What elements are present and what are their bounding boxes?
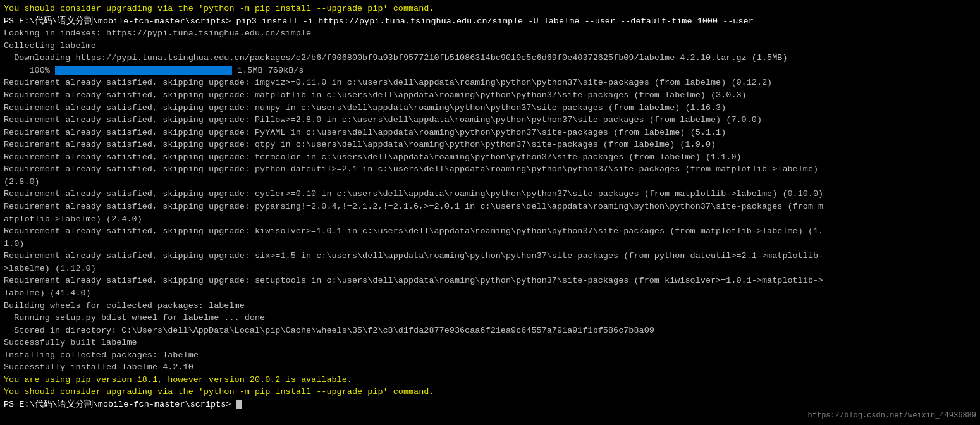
line-req8b: (2.8.0) bbox=[4, 176, 976, 188]
terminal[interactable]: You should consider upgrading via the 'p… bbox=[0, 0, 980, 425]
line-pip-upgrade: You should consider upgrading via the 'p… bbox=[4, 386, 976, 398]
terminal-cursor bbox=[236, 400, 242, 409]
line-prompt: PS E:\代码\语义分割\mobile-fcn-master\scripts> bbox=[4, 398, 976, 411]
line-upgrade-warning: You should consider upgrading via the 'p… bbox=[4, 3, 976, 15]
line-req10: Requirement already satisfied, skipping … bbox=[4, 200, 976, 213]
line-req3: Requirement already satisfied, skipping … bbox=[4, 102, 976, 114]
line-progress: 100% 1.5MB 769kB/s bbox=[4, 65, 976, 77]
line-req8: Requirement already satisfied, skipping … bbox=[4, 163, 976, 176]
line-installing: Installing collected packages: labelme bbox=[4, 349, 976, 362]
line-req13b: labelme) (41.4.0) bbox=[4, 287, 976, 300]
line-req6: Requirement already satisfied, skipping … bbox=[4, 139, 976, 151]
blog-url: https://blog.csdn.net/weixin_44936889 bbox=[808, 410, 976, 421]
line-req11: Requirement already satisfied, skipping … bbox=[4, 225, 976, 238]
line-looking: Looking in indexes: https://pypi.tuna.ts… bbox=[4, 27, 976, 40]
line-stored: Stored in directory: C:\Users\dell\AppDa… bbox=[4, 324, 976, 337]
line-pip-warning: You are using pip version 18.1, however … bbox=[4, 374, 976, 386]
line-downloading: Downloading https://pypi.tuna.tsinghua.e… bbox=[4, 52, 976, 65]
line-collecting: Collecting labelme bbox=[4, 40, 976, 52]
line-building: Building wheels for collected packages: … bbox=[4, 300, 976, 312]
line-req2: Requirement already satisfied, skipping … bbox=[4, 89, 976, 102]
line-req5: Requirement already satisfied, skipping … bbox=[4, 126, 976, 139]
line-built: Successfully built labelme bbox=[4, 336, 976, 349]
line-req7: Requirement already satisfied, skipping … bbox=[4, 151, 976, 164]
line-command: PS E:\代码\语义分割\mobile-fcn-master\scripts>… bbox=[4, 15, 976, 28]
line-req9: Requirement already satisfied, skipping … bbox=[4, 188, 976, 200]
line-req13: Requirement already satisfied, skipping … bbox=[4, 274, 976, 287]
line-req12: Requirement already satisfied, skipping … bbox=[4, 250, 976, 262]
line-req12b: >labelme) (1.12.0) bbox=[4, 262, 976, 275]
line-req11b: 1.0) bbox=[4, 238, 976, 250]
line-req4: Requirement already satisfied, skipping … bbox=[4, 114, 976, 126]
line-req1: Requirement already satisfied, skipping … bbox=[4, 77, 976, 89]
line-req10b: atplotlib->labelme) (2.4.0) bbox=[4, 213, 976, 226]
line-installed: Successfully installed labelme-4.2.10 bbox=[4, 361, 976, 374]
line-running: Running setup.py bdist_wheel for labelme… bbox=[4, 312, 976, 324]
